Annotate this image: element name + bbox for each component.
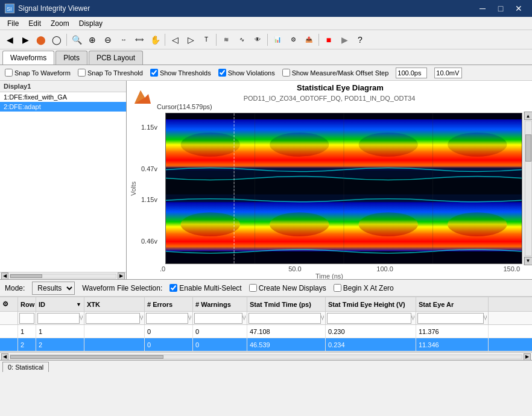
toolbar-back[interactable]: ◀ — [2, 33, 17, 47]
toolbar-eye[interactable]: 👁 — [250, 33, 265, 47]
filter-xtk-input[interactable] — [86, 313, 140, 324]
v-scroll-down[interactable]: ▼ — [524, 257, 533, 265]
offset-step-input[interactable] — [396, 68, 427, 78]
chart-v-scrollbar[interactable]: ▲ ▼ — [524, 112, 532, 265]
toolbar-pan[interactable]: ✋ — [148, 33, 162, 47]
close-button[interactable]: ✕ — [510, 2, 527, 14]
toolbar-cursor-left[interactable]: ◁ — [168, 33, 182, 47]
filter-stat-eye-input[interactable] — [417, 313, 484, 324]
sidebar-item-1[interactable]: 2:DFE:adapt — [0, 102, 126, 112]
table-scroll-track[interactable]: ◀ ▶ — [0, 352, 532, 360]
toolbar-settings[interactable]: ⚙ — [286, 33, 300, 47]
table-track[interactable] — [10, 355, 522, 359]
svg-text:SI: SI — [7, 6, 12, 12]
filter-errors-input[interactable] — [146, 313, 188, 324]
create-new-displays-option[interactable]: Create New Displays — [249, 284, 326, 292]
menu-file[interactable]: File — [2, 18, 24, 29]
sidebar-h-scrollbar[interactable]: ◀ ▶ — [0, 272, 126, 279]
toolbar-waveform[interactable]: ≋ — [219, 33, 233, 47]
scroll-right-arrow[interactable]: ▶ — [118, 273, 125, 280]
filter-errors-icon[interactable]: Ⴤ — [188, 315, 191, 321]
filter-stat-eye-icon[interactable]: Ⴤ — [484, 315, 487, 321]
window-controls: ─ □ ✕ — [474, 2, 527, 14]
toolbar-stop[interactable]: ■ — [321, 33, 336, 47]
toolbar-color[interactable]: ⬤ — [34, 33, 48, 47]
sidebar-item-0[interactable]: 1:DFE:fixed_with_GA — [0, 92, 126, 102]
show-thresholds-checkbox[interactable] — [150, 69, 158, 77]
tab-waveforms[interactable]: Waveforms — [2, 51, 54, 65]
show-thresholds-option[interactable]: Show Thresholds — [150, 69, 211, 77]
scroll-left-arrow[interactable]: ◀ — [1, 273, 8, 280]
table-row[interactable]: 2 2 0 0 46.539 0.234 11.346 — [0, 338, 532, 351]
tab-plots[interactable]: Plots — [55, 51, 87, 65]
show-measure-mask-option[interactable]: Show Measure/Mask Offset Step — [282, 69, 389, 77]
x-tick-3: 150.0 — [430, 265, 520, 273]
th-id-sort[interactable]: ▼ — [76, 301, 81, 307]
toolbar-zoom-out[interactable]: ⊖ — [101, 33, 115, 47]
maximize-button[interactable]: □ — [492, 2, 509, 14]
filter-errors-cell: Ⴤ — [145, 312, 193, 324]
snap-to-waveform-checkbox[interactable] — [5, 69, 13, 77]
table-h-scrollbar[interactable]: ◀ ▶ — [0, 351, 532, 360]
sidebar-list[interactable]: 1:DFE:fixed_with_GA 2:DFE:adapt — [0, 92, 126, 272]
show-measure-mask-checkbox[interactable] — [282, 69, 290, 77]
offset-val-input[interactable] — [434, 68, 462, 78]
enable-multi-select-option[interactable]: Enable Multi-Select — [169, 284, 241, 292]
toolbar-cycle[interactable]: ◯ — [49, 33, 64, 47]
y-tick-2: 1.15v — [141, 196, 157, 203]
snap-to-threshold-option[interactable]: Snap To Threshold — [78, 69, 143, 77]
minimize-button[interactable]: ─ — [474, 2, 491, 14]
enable-multi-select-checkbox[interactable] — [169, 284, 177, 292]
table-scroll-left[interactable]: ◀ — [1, 353, 8, 361]
menu-edit[interactable]: Edit — [24, 18, 46, 29]
filter-id-input[interactable] — [37, 313, 80, 324]
table-row[interactable]: 1 1 0 0 47.108 0.230 11.376 — [0, 325, 532, 338]
filter-tmid-time-icon[interactable]: Ⴤ — [321, 315, 324, 321]
td-row-2-errors: 0 — [145, 338, 193, 351]
chart-area: Statistical Eye Diagram POD11_IO_ZO34_OD… — [127, 81, 532, 279]
toolbar-export[interactable]: 📤 — [302, 33, 316, 47]
chart-plot[interactable] — [165, 113, 522, 264]
mode-select[interactable]: Results — [32, 282, 75, 295]
filter-tmid-height-icon[interactable]: Ⴤ — [411, 315, 414, 321]
snap-to-threshold-checkbox[interactable] — [78, 69, 86, 77]
filter-xtk-icon[interactable]: Ⴤ — [140, 315, 143, 321]
td-row-1-stat-eye: 11.376 — [416, 325, 489, 338]
filter-tmid-time-input[interactable] — [249, 313, 321, 324]
filter-warnings-input[interactable] — [194, 313, 242, 324]
toolbar-zoom-in[interactable]: ⊕ — [85, 33, 100, 47]
begin-x-at-zero-checkbox[interactable] — [334, 284, 341, 292]
begin-x-at-zero-option[interactable]: Begin X At Zero — [334, 284, 394, 292]
show-measure-mask-label: Show Measure/Mask Offset Step — [292, 69, 389, 77]
create-new-displays-checkbox[interactable] — [249, 284, 257, 292]
show-violations-checkbox[interactable] — [218, 69, 226, 77]
toolbar-zoom-fit[interactable]: ↔ — [116, 33, 131, 47]
show-violations-option[interactable]: Show Violations — [218, 69, 275, 77]
toolbar-zoom-full[interactable]: ⟺ — [132, 33, 147, 47]
toolbar-zoom-region[interactable]: 🔍 — [69, 33, 84, 47]
th-stat-eye-label: Stat Eye Ar — [419, 301, 454, 308]
filter-tmid-height-input[interactable] — [327, 313, 411, 324]
table-scroll-right[interactable]: ▶ — [524, 353, 531, 361]
v-scroll-up[interactable]: ▲ — [524, 112, 533, 120]
v-scroll-track[interactable] — [525, 121, 532, 256]
menu-zoom[interactable]: Zoom — [46, 18, 74, 29]
snap-to-waveform-option[interactable]: Snap To Waveform — [5, 69, 71, 77]
filter-warnings-icon[interactable]: Ⴤ — [242, 315, 245, 321]
toolbar-play[interactable]: ▶ — [337, 33, 352, 47]
toolbar-forward[interactable]: ▶ — [18, 33, 33, 47]
scroll-track[interactable] — [10, 274, 116, 279]
app-icon: SI — [5, 4, 14, 13]
filter-row-input[interactable] — [19, 313, 34, 324]
tab-pcb-layout[interactable]: PCB Layout — [89, 51, 143, 65]
gear-icon[interactable]: ⚙ — [2, 300, 8, 308]
filter-id-icon[interactable]: Ⴤ — [80, 315, 83, 321]
menu-bar: File Edit Zoom Display — [0, 17, 532, 30]
toolbar-spectrum[interactable]: ∿ — [235, 33, 249, 47]
bottom-tab-statistical[interactable]: 0: Statistical — [2, 362, 49, 372]
toolbar-cursor-right[interactable]: ▷ — [183, 33, 198, 47]
toolbar-help[interactable]: ? — [353, 33, 367, 47]
toolbar-chart[interactable]: 📊 — [270, 33, 285, 47]
menu-display[interactable]: Display — [74, 18, 107, 29]
toolbar-measure[interactable]: T — [199, 33, 214, 47]
